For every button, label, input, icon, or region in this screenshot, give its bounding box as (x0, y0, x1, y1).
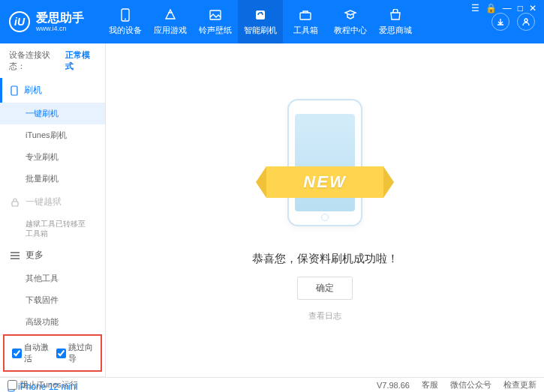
connection-status: 设备连接状态： 正常模式 (0, 43, 105, 78)
nav-store[interactable]: 爱思商城 (373, 0, 418, 43)
sidebar: 设备连接状态： 正常模式 刷机 一键刷机 iTunes刷机 专业刷机 批量刷机 … (0, 43, 106, 377)
sidebar-item-download-firmware[interactable]: 下载固件 (0, 289, 105, 311)
checkbox-skip-guide[interactable]: 跳过向导 (56, 342, 93, 364)
nav-apps[interactable]: 应用游戏 (148, 0, 193, 43)
sidebar-item-advanced[interactable]: 高级功能 (0, 311, 105, 333)
section-title: 一键越狱 (26, 196, 62, 208)
nav-label: 应用游戏 (154, 25, 187, 36)
nav-tutorials[interactable]: 教程中心 (328, 0, 373, 43)
sidebar-section-jailbreak: 一键越狱 (0, 190, 105, 214)
window-controls: ☰ 🔒 — □ ✕ (471, 3, 536, 13)
lock-icon[interactable]: 🔒 (485, 3, 497, 13)
wechat-link[interactable]: 微信公众号 (450, 379, 491, 391)
conn-value: 正常模式 (65, 49, 96, 72)
section-title: 刷机 (24, 84, 42, 97)
svg-point-5 (524, 19, 527, 22)
nav-label: 工具箱 (293, 25, 318, 36)
service-link[interactable]: 客服 (422, 379, 438, 391)
brand-name: 爱思助手 (36, 11, 84, 25)
sidebar-item-itunes-flash[interactable]: iTunes刷机 (0, 124, 105, 146)
flash-icon (254, 8, 267, 22)
new-banner: NEW (266, 166, 383, 198)
checkbox-input[interactable] (8, 380, 17, 390)
close-icon[interactable]: ✕ (529, 3, 536, 13)
store-icon (389, 8, 402, 22)
sidebar-item-other-tools[interactable]: 其他工具 (0, 268, 105, 289)
wallpaper-icon (209, 8, 222, 22)
nav-flash[interactable]: 智能刷机 (238, 0, 283, 43)
section-title: 更多 (26, 249, 44, 262)
checkbox-auto-activate[interactable]: 自动激活 (12, 342, 49, 364)
top-nav: 我的设备 应用游戏 铃声壁纸 智能刷机 工具箱 教程中心 爱思商城 (103, 0, 491, 43)
download-button[interactable] (491, 13, 509, 31)
sidebar-item-pro-flash[interactable]: 专业刷机 (0, 146, 105, 168)
logo: iU 爱思助手 www.i4.cn (9, 11, 103, 32)
sidebar-section-more[interactable]: 更多 (0, 243, 105, 268)
main-content: NEW 恭喜您，保资料刷机成功啦！ 确定 查看日志 (106, 43, 544, 377)
nav-label: 我的设备 (109, 25, 142, 36)
view-log-link[interactable]: 查看日志 (308, 310, 341, 322)
titlebar: iU 爱思助手 www.i4.cn 我的设备 应用游戏 铃声壁纸 智能刷机 工具… (0, 0, 544, 43)
version-label: V7.98.66 (377, 381, 410, 390)
lock-icon (11, 198, 20, 207)
nav-label: 爱思商城 (379, 25, 412, 36)
conn-label: 设备连接状态： (9, 49, 62, 72)
svg-rect-7 (12, 202, 18, 206)
jailbreak-note: 越狱工具已转移至 工具箱 (0, 214, 105, 243)
maximize-icon[interactable]: □ (518, 3, 523, 13)
apps-icon (164, 8, 177, 22)
tutorial-icon (344, 8, 357, 22)
titlebar-right (491, 13, 535, 31)
success-message: 恭喜您，保资料刷机成功啦！ (252, 252, 398, 266)
block-itunes-checkbox[interactable]: 阻止iTunes运行 (8, 379, 78, 391)
sidebar-item-oneclick-flash[interactable]: 一键刷机 (0, 103, 105, 124)
logo-icon: iU (9, 11, 30, 32)
svg-rect-6 (11, 86, 17, 95)
phone-illustration: NEW (272, 99, 377, 234)
svg-point-1 (125, 18, 126, 19)
check-update-link[interactable]: 检查更新 (503, 379, 536, 391)
ok-button[interactable]: 确定 (297, 277, 353, 300)
svg-rect-3 (256, 10, 265, 19)
nav-ringtones[interactable]: 铃声壁纸 (193, 0, 238, 43)
nav-label: 智能刷机 (244, 25, 277, 36)
svg-rect-4 (300, 13, 311, 19)
sidebar-item-batch-flash[interactable]: 批量刷机 (0, 168, 105, 190)
nav-label: 教程中心 (334, 25, 367, 36)
checkbox-input[interactable] (12, 349, 22, 358)
hamburger-icon (11, 252, 20, 259)
checkbox-input[interactable] (56, 349, 66, 358)
user-button[interactable] (517, 13, 535, 31)
brand-url: www.i4.cn (36, 25, 84, 32)
sidebar-section-flash[interactable]: 刷机 (0, 78, 105, 103)
toolbox-icon (299, 8, 312, 22)
minimize-icon[interactable]: — (503, 3, 512, 13)
nav-toolbox[interactable]: 工具箱 (283, 0, 328, 43)
flash-options: 自动激活 跳过向导 (3, 334, 102, 372)
phone-small-icon (11, 85, 18, 96)
menu-icon[interactable]: ☰ (471, 3, 479, 13)
nav-label: 铃声壁纸 (199, 25, 232, 36)
phone-icon (119, 8, 132, 22)
nav-my-device[interactable]: 我的设备 (103, 0, 148, 43)
